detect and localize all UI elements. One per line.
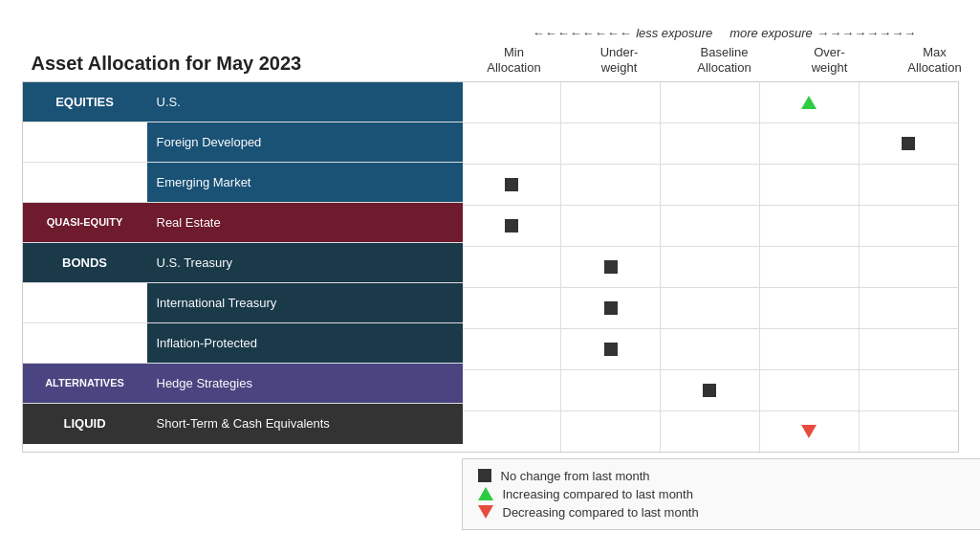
sub-hedge: Hedge Strategies [147, 364, 463, 403]
cell-intl-under [560, 288, 660, 328]
legend-square-text: No change from last month [501, 469, 650, 483]
cell-foreign-min [463, 123, 561, 164]
cell-intl-min [463, 288, 561, 328]
square-icon [604, 260, 618, 274]
column-headers: MinAllocation Under-weight BaselineAlloc… [462, 43, 981, 77]
label-row-inflation: Inflation-Protected [23, 323, 463, 364]
legend-square-icon [478, 469, 491, 482]
cell-inf-under [560, 329, 660, 369]
cell-liq-under [560, 411, 660, 452]
cell-us-over [759, 82, 859, 122]
legend-item-down: Decreasing compared to last month [478, 505, 971, 520]
category-bonds: BONDS [23, 243, 147, 282]
square-icon [505, 219, 518, 233]
data-row-realestate [463, 206, 958, 247]
col-under: Under-weight [567, 43, 672, 77]
legend: No change from last month Increasing com… [462, 458, 981, 530]
cell-intl-over [759, 288, 859, 328]
cell-emerging-min [463, 165, 561, 205]
cell-ust-min [463, 247, 561, 287]
data-row-inflation [463, 329, 958, 370]
cell-ust-baseline [660, 247, 759, 287]
cell-foreign-over [759, 123, 859, 164]
sub-us: U.S. [147, 82, 463, 122]
label-row-us: EQUITIES U.S. [23, 82, 463, 122]
sub-foreign: Foreign Developed [147, 122, 463, 162]
legend-down-text: Decreasing compared to last month [503, 505, 699, 520]
square-icon [604, 301, 618, 315]
label-row-intl: International Treasury [23, 283, 463, 323]
cell-hedge-under [560, 370, 660, 410]
cell-emerging-under [560, 165, 660, 205]
cell-emerging-over [759, 165, 859, 205]
cell-liq-over [759, 411, 859, 452]
cell-liq-baseline [660, 411, 759, 452]
label-row-hedge: ALTERNATIVES Hedge Strategies [23, 364, 463, 404]
cell-ust-max [859, 247, 958, 287]
cell-inf-min [463, 329, 561, 369]
cell-hedge-min [463, 370, 561, 410]
exposure-arrows: ←←←←←←←← less exposure more exposure →→→… [533, 24, 917, 41]
col-over: Over-weight [777, 43, 882, 77]
legend-up-text: Increasing compared to last month [503, 487, 693, 501]
cell-re-over [759, 206, 859, 246]
label-row-foreign: Foreign Developed [23, 122, 463, 163]
label-row-realestate: QUASI-EQUITY Real Estate [23, 203, 463, 243]
cell-foreign-under [560, 123, 660, 164]
cell-foreign-max [859, 123, 958, 164]
data-columns [463, 82, 958, 452]
cell-liq-min [463, 411, 561, 452]
sub-ustreasury: U.S. Treasury [147, 243, 463, 282]
square-icon [505, 178, 518, 191]
label-row-ustreasury: BONDS U.S. Treasury [23, 243, 463, 283]
cell-re-max [859, 206, 958, 246]
data-row-ustreasury [463, 247, 958, 288]
cell-ust-under [560, 247, 660, 287]
cell-inf-over [759, 329, 859, 369]
more-exposure-label: more exposure [730, 26, 813, 40]
square-icon [604, 343, 618, 356]
legend-triangle-up-icon [478, 487, 493, 500]
allocation-table: EQUITIES U.S. Foreign Developed Emerging… [22, 81, 959, 453]
cell-foreign-baseline [660, 123, 759, 164]
cell-emerging-baseline [660, 165, 759, 205]
data-row-foreign [463, 123, 958, 165]
cell-liq-max [859, 411, 958, 452]
category-equities: EQUITIES [23, 82, 147, 122]
sub-inflation: Inflation-Protected [147, 323, 463, 363]
label-row-liquid: LIQUID Short-Term & Cash Equivalents [23, 404, 463, 444]
category-liquid: LIQUID [23, 404, 147, 444]
cell-re-baseline [660, 206, 759, 246]
cell-intl-baseline [660, 288, 759, 328]
main-container: Asset Allocation for May 2023 ←←←←←←←← l… [8, 14, 973, 539]
cell-hedge-over [759, 370, 859, 410]
data-row-emerging [463, 165, 958, 206]
sub-liquid: Short-Term & Cash Equivalents [147, 404, 463, 444]
cell-us-max [859, 82, 958, 122]
category-quasi: QUASI-EQUITY [23, 203, 147, 242]
exposure-bar: ←←←←←←←← less exposure more exposure →→→… [462, 24, 981, 77]
col-min: MinAllocation [462, 43, 567, 77]
cell-emerging-max [859, 165, 958, 205]
square-icon [703, 384, 716, 397]
cell-us-baseline [660, 82, 759, 122]
col-baseline: BaselineAllocation [672, 43, 777, 77]
category-alt: ALTERNATIVES [23, 364, 147, 403]
triangle-down-icon [801, 425, 817, 438]
data-row-intl [463, 288, 958, 329]
page-title: Asset Allocation for May 2023 [22, 24, 462, 75]
less-exposure-label: less exposure [636, 26, 712, 40]
cell-inf-baseline [660, 329, 759, 369]
legend-item-square: No change from last month [478, 469, 971, 483]
cell-hedge-max [859, 370, 958, 410]
cell-intl-max [859, 288, 958, 328]
legend-triangle-down-icon [478, 505, 493, 519]
sub-emerging: Emerging Market [147, 163, 463, 202]
legend-item-up: Increasing compared to last month [478, 487, 971, 501]
sub-realestate: Real Estate [147, 203, 463, 242]
cell-us-under [560, 82, 660, 122]
cell-hedge-baseline [660, 370, 759, 410]
title-area: Asset Allocation for May 2023 [22, 24, 462, 75]
data-row-hedge [463, 370, 958, 411]
triangle-up-icon [801, 96, 817, 109]
